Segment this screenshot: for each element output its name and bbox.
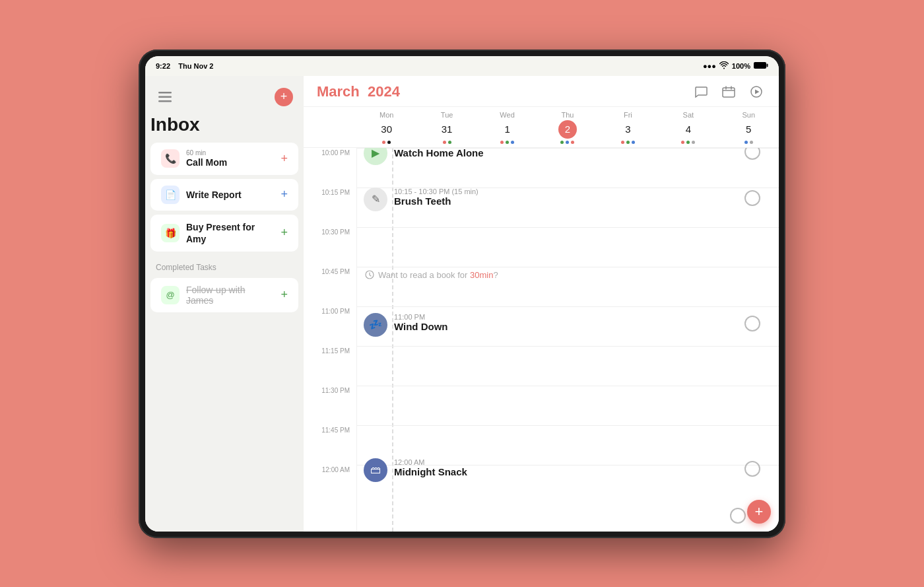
calendar-month: March bbox=[317, 83, 360, 100]
calendar-year: 2024 bbox=[368, 83, 400, 100]
write-report-name: Write Report bbox=[186, 190, 242, 200]
call-mom-add-button[interactable]: + bbox=[280, 152, 288, 166]
calendar-actions bbox=[692, 83, 766, 101]
day-col-tue[interactable]: Tue 31 bbox=[416, 111, 477, 145]
dot bbox=[511, 141, 514, 144]
watch-home-alone-title: Watch Home Alone bbox=[394, 148, 484, 159]
calendar-view-button[interactable] bbox=[719, 83, 738, 101]
follow-up-name: Follow-up with James bbox=[186, 285, 274, 306]
task-item-write-report: 📄 Write Report + bbox=[150, 179, 298, 211]
wind-down-checkbox[interactable] bbox=[744, 316, 760, 331]
status-time: 9:22 bbox=[156, 62, 170, 70]
day-num-tue: 31 bbox=[438, 120, 456, 139]
day-label-tue: Tue bbox=[441, 111, 453, 119]
dot bbox=[382, 141, 385, 144]
buy-present-add-button[interactable]: + bbox=[280, 226, 288, 240]
battery-label: 100% bbox=[732, 62, 750, 70]
time-label-1115pm: 11:15 PM bbox=[304, 346, 356, 386]
dot bbox=[506, 141, 509, 144]
week-row: Mon 30 Tue 31 bbox=[304, 107, 779, 148]
time-label-1100pm: 11:00 PM bbox=[304, 306, 356, 346]
dot bbox=[560, 141, 564, 144]
dot bbox=[448, 141, 451, 144]
brush-teeth-time: 10:15 - 10:30 PM (15 min) bbox=[394, 188, 478, 195]
ipad-frame: 9:22 Thu Nov 2 ●●● 100% bbox=[139, 50, 785, 538]
call-mom-duration: 60 min bbox=[186, 149, 274, 156]
dot bbox=[750, 141, 753, 144]
add-task-button[interactable]: + bbox=[275, 88, 293, 106]
calendar-area: March 2024 bbox=[304, 76, 779, 532]
event-watch-home-alone: ▶ Watch Home Alone bbox=[364, 148, 766, 165]
day-col-mon[interactable]: Mon 30 bbox=[356, 111, 416, 145]
suggestion-row: Want to read a book for 30min? bbox=[365, 270, 766, 280]
time-line-8 bbox=[357, 425, 779, 426]
buy-present-name: Buy Present for Amy bbox=[186, 222, 255, 244]
svg-rect-0 bbox=[754, 62, 766, 69]
brush-teeth-checkbox[interactable] bbox=[744, 190, 760, 206]
day-dots-mon bbox=[382, 140, 391, 145]
time-label-1015pm: 10:15 PM bbox=[304, 188, 356, 227]
day-col-wed[interactable]: Wed 1 bbox=[477, 111, 537, 145]
sidebar-toggle-button[interactable] bbox=[156, 90, 174, 104]
midnight-snack-checkbox[interactable] bbox=[744, 461, 760, 477]
chat-action-button[interactable] bbox=[692, 83, 710, 101]
secondary-checkbox[interactable] bbox=[730, 508, 746, 524]
svg-marker-10 bbox=[755, 89, 760, 94]
suggestion-accent: 30min bbox=[470, 270, 493, 280]
time-line-7 bbox=[357, 386, 779, 386]
day-col-sat[interactable]: Sat 4 bbox=[658, 111, 718, 145]
day-label-wed: Wed bbox=[500, 111, 514, 119]
status-time-date: 9:22 Thu Nov 2 bbox=[156, 62, 213, 70]
sidebar-header: + bbox=[145, 83, 304, 114]
dot bbox=[566, 141, 569, 144]
add-event-fab[interactable]: + bbox=[747, 500, 771, 524]
svg-rect-5 bbox=[723, 88, 735, 97]
dot bbox=[571, 141, 574, 144]
day-label-mon: Mon bbox=[380, 111, 393, 119]
buy-present-label: Buy Present for Amy bbox=[186, 221, 274, 245]
week-time-gutter bbox=[304, 111, 356, 145]
time-label-1130pm: 11:30 PM bbox=[304, 386, 356, 425]
ipad-screen: 9:22 Thu Nov 2 ●●● 100% bbox=[145, 56, 779, 532]
completed-section-header: Completed Tasks bbox=[145, 254, 304, 276]
time-line-4 bbox=[357, 267, 779, 267]
status-right: ●●● 100% bbox=[703, 61, 768, 71]
status-bar: 9:22 Thu Nov 2 ●●● 100% bbox=[145, 56, 779, 76]
day-label-thu: Thu bbox=[561, 111, 574, 119]
write-report-add-button[interactable]: + bbox=[280, 188, 288, 201]
day-num-mon: 30 bbox=[378, 120, 396, 139]
day-dots-wed bbox=[500, 140, 514, 145]
dot bbox=[621, 141, 624, 144]
status-date: Thu Nov 2 bbox=[178, 62, 213, 70]
day-col-thu[interactable]: Thu 2 bbox=[537, 111, 597, 145]
follow-up-icon: @ bbox=[161, 286, 180, 304]
day-label-sun: Sun bbox=[742, 111, 755, 119]
day-label-fri: Fri bbox=[624, 111, 632, 119]
midnight-snack-time: 12:00 AM bbox=[394, 458, 467, 466]
day-label-sat: Sat bbox=[683, 111, 694, 119]
midnight-snack-content: 12:00 AM Midnight Snack bbox=[394, 458, 467, 477]
wind-down-time: 11:00 PM bbox=[394, 313, 448, 321]
time-line-5 bbox=[357, 306, 779, 307]
dot bbox=[744, 141, 748, 144]
brush-teeth-icon: ✎ bbox=[364, 188, 387, 211]
day-col-sun[interactable]: Sun 5 bbox=[719, 111, 779, 145]
day-col-fri[interactable]: Fri 3 bbox=[598, 111, 658, 145]
watch-home-alone-checkbox[interactable] bbox=[744, 148, 760, 160]
brush-teeth-title: Brush Teeth bbox=[394, 195, 478, 207]
time-label-1145pm: 11:45 PM bbox=[304, 425, 356, 465]
midnight-snack-title: Midnight Snack bbox=[394, 466, 467, 477]
follow-up-add-button[interactable]: + bbox=[280, 288, 288, 302]
svg-rect-2 bbox=[158, 92, 172, 94]
sidebar: + Inbox 📞 60 min Call Mom + 📄 bbox=[145, 76, 304, 532]
play-action-button[interactable] bbox=[747, 83, 766, 101]
day-dots-thu bbox=[560, 140, 574, 145]
svg-rect-1 bbox=[767, 63, 768, 67]
day-num-thu-today: 2 bbox=[558, 120, 577, 139]
signal-icon: ●●● bbox=[703, 62, 716, 70]
time-grid: 10:00 PM 10:15 PM 10:30 PM 10:45 PM 11:0… bbox=[304, 148, 779, 532]
midnight-snack-icon: 🗃 bbox=[364, 458, 387, 482]
time-labels: 10:00 PM 10:15 PM 10:30 PM 10:45 PM 11:0… bbox=[304, 148, 356, 532]
clock-icon bbox=[365, 270, 374, 279]
brush-teeth-content: 10:15 - 10:30 PM (15 min) Brush Teeth bbox=[394, 188, 478, 207]
